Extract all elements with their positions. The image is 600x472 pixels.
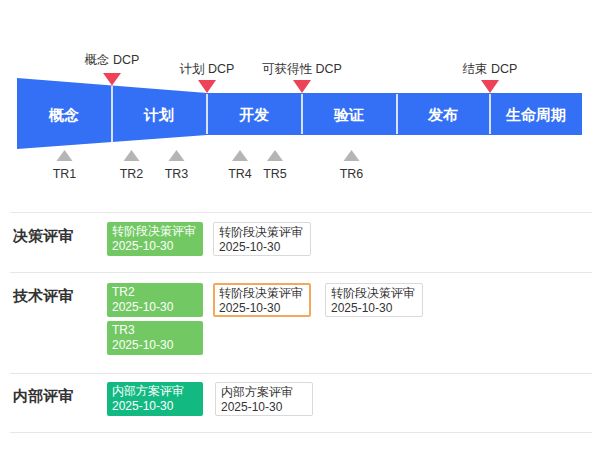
ipd-lifecycle-page: 概念 计划 开发 验证 发布 生命周期 概念 DCP 计划 DCP 可获得性 D… xyxy=(0,0,600,472)
review-card-internal-teal[interactable]: 内部方案评审 2025-10-30 xyxy=(107,382,203,416)
card-date: 2025-10-30 xyxy=(112,399,198,414)
review-card-technical-selected[interactable]: 转阶段决策评审 2025-10-30 xyxy=(213,283,311,317)
tr-label-6: TR6 xyxy=(340,167,364,181)
review-card-tr2[interactable]: TR2 2025-10-30 xyxy=(107,283,203,317)
card-title: TR3 xyxy=(112,323,198,338)
card-date: 2025-10-30 xyxy=(112,300,198,315)
tr-marker-icon xyxy=(124,150,140,161)
review-card-internal-plain[interactable]: 内部方案评审 2025-10-30 xyxy=(215,382,313,416)
phase-release: 发布 xyxy=(427,106,458,123)
timeline-diagram: 概念 计划 开发 验证 发布 生命周期 概念 DCP 计划 DCP 可获得性 D… xyxy=(0,0,600,195)
review-card-decision-plain[interactable]: 转阶段决策评审 2025-10-30 xyxy=(213,222,311,256)
review-card-technical-plain[interactable]: 转阶段决策评审 2025-10-30 xyxy=(325,283,423,317)
tr-label-4: TR4 xyxy=(228,167,252,181)
card-title: 内部方案评审 xyxy=(221,385,307,400)
tr-marker-icon xyxy=(344,150,360,161)
phase-verify: 验证 xyxy=(333,106,364,123)
dcp-marker-icon xyxy=(481,80,499,93)
card-title: TR2 xyxy=(112,285,198,300)
row-label-decision-review: 决策评审 xyxy=(13,227,73,246)
dcp-label-plan: 计划 DCP xyxy=(180,62,235,76)
row-divider xyxy=(10,432,592,433)
phase-develop: 开发 xyxy=(238,106,269,123)
tr-label-2: TR2 xyxy=(120,167,144,181)
dcp-marker-icon xyxy=(293,80,311,93)
card-date: 2025-10-30 xyxy=(219,240,305,255)
tr-label-5: TR5 xyxy=(263,167,287,181)
card-date: 2025-10-30 xyxy=(219,301,305,316)
row-divider xyxy=(10,272,592,273)
card-date: 2025-10-30 xyxy=(331,301,417,316)
dcp-marker-icon xyxy=(198,80,216,93)
review-card-decision-green[interactable]: 转阶段决策评审 2025-10-30 xyxy=(107,222,203,256)
card-title: 转阶段决策评审 xyxy=(219,225,305,240)
row-label-technical-review: 技术评审 xyxy=(13,287,73,306)
row-divider xyxy=(10,373,592,374)
dcp-label-availability: 可获得性 DCP xyxy=(262,62,342,76)
tr-marker-icon xyxy=(169,150,185,161)
dcp-label-end: 结束 DCP xyxy=(463,62,518,76)
row-divider xyxy=(10,212,592,213)
card-title: 转阶段决策评审 xyxy=(112,224,198,239)
review-card-tr3[interactable]: TR3 2025-10-30 xyxy=(107,321,203,355)
card-date: 2025-10-30 xyxy=(112,239,198,254)
tr-label-3: TR3 xyxy=(165,167,189,181)
card-date: 2025-10-30 xyxy=(221,400,307,415)
dcp-label-concept: 概念 DCP xyxy=(85,53,140,67)
dcp-marker-icon xyxy=(103,73,121,86)
tr-marker-icon xyxy=(267,150,283,161)
phase-concept: 概念 xyxy=(48,106,79,123)
row-label-internal-review: 内部评审 xyxy=(13,387,73,406)
card-title: 转阶段决策评审 xyxy=(331,286,417,301)
card-title: 内部方案评审 xyxy=(112,384,198,399)
phase-plan: 计划 xyxy=(143,106,174,123)
card-date: 2025-10-30 xyxy=(112,338,198,353)
phase-lifecycle: 生命周期 xyxy=(505,106,566,123)
tr-marker-icon xyxy=(57,150,73,161)
tr-label-1: TR1 xyxy=(53,167,77,181)
card-title: 转阶段决策评审 xyxy=(219,286,305,301)
tr-marker-icon xyxy=(232,150,248,161)
